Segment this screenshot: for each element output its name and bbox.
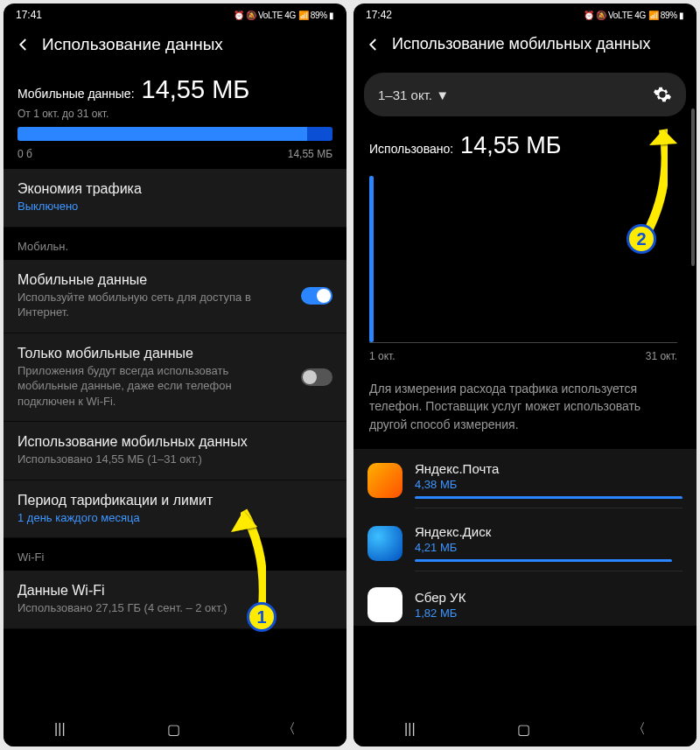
app-name: Яндекс.Почта <box>415 461 682 476</box>
item-sub: Приложения будут всегда использовать моб… <box>18 363 332 410</box>
badge-1: 1 <box>247 602 276 632</box>
traffic-economy-item[interactable]: Экономия трафика Выключено <box>4 169 346 228</box>
item-sub: Использовано 14,55 МБ (1–31 окт.) <box>18 452 332 467</box>
mobile-data-label: Мобильные данные: <box>18 87 135 101</box>
item-title: Данные Wi-Fi <box>18 583 332 599</box>
header: Использование данных <box>4 25 346 70</box>
status-bar: 17:42 ⏰ 🔕 VoLTE 4G 📶 89% ▮ <box>354 4 696 25</box>
status-time: 17:42 <box>366 9 392 21</box>
used-label: Использовано: <box>369 142 453 156</box>
header: Использование мобильных данных <box>354 25 696 69</box>
progress-labels: 0 б 14,55 МБ <box>4 144 346 169</box>
scrollbar[interactable] <box>691 109 695 266</box>
x-start: 1 окт. <box>369 350 396 362</box>
app-icon-yandex-mail <box>368 463 402 498</box>
nav-bar: ||| ▢ 〈 <box>4 711 346 746</box>
chart-axis: 1 окт. 31 окт. <box>354 347 696 375</box>
used-value: 14,55 МБ <box>460 132 561 159</box>
status-bar: 17:41 ⏰ 🔕 VoLTE 4G 📶 89% ▮ <box>4 4 346 25</box>
item-title: Использование мобильных данных <box>18 434 332 450</box>
app-bar <box>415 496 682 499</box>
app-name: Яндекс.Диск <box>415 524 682 539</box>
section-wifi: Wi-Fi <box>4 538 346 571</box>
billing-period-item[interactable]: Период тарификации и лимит 1 день каждог… <box>4 480 346 539</box>
only-mobile-toggle[interactable] <box>301 368 332 386</box>
back-icon[interactable] <box>16 37 32 53</box>
phone-right: 17:42 ⏰ 🔕 VoLTE 4G 📶 89% ▮ Использование… <box>354 4 696 746</box>
item-sub: Используйте мобильную сеть для доступа в… <box>18 290 332 320</box>
recents-icon[interactable]: ||| <box>404 721 415 737</box>
recents-icon[interactable]: ||| <box>54 721 65 737</box>
status-icons: ⏰ 🔕 VoLTE 4G 📶 89% ▮ <box>584 11 684 20</box>
item-title: Период тарификации и лимит <box>18 493 332 508</box>
data-summary: Мобильные данные: 14,55 МБ <box>4 70 346 108</box>
app-size: 1,82 МБ <box>415 606 682 620</box>
status-time: 17:41 <box>16 9 42 21</box>
back-nav-icon[interactable]: 〈 <box>632 720 646 739</box>
info-note: Для измерения расхода трафика использует… <box>354 375 696 449</box>
only-mobile-item[interactable]: Только мобильные данные Приложения будут… <box>4 333 346 423</box>
progress-max: 14,55 МБ <box>288 148 332 160</box>
app-size: 4,21 МБ <box>415 541 682 554</box>
app-name: Сбер УК <box>415 590 682 605</box>
period-selector[interactable]: 1–31 окт. ▼ <box>364 73 686 116</box>
app-row[interactable]: Яндекс.Диск 4,21 МБ <box>354 512 696 575</box>
used-summary: Использовано: 14,55 МБ <box>354 125 696 161</box>
period-text: 1–31 окт. ▼ <box>378 88 449 102</box>
item-title: Только мобильные данные <box>18 346 332 361</box>
home-icon[interactable]: ▢ <box>517 721 530 738</box>
mobile-usage-item[interactable]: Использование мобильных данных Использов… <box>4 422 346 480</box>
app-bar <box>415 559 672 562</box>
progress-min: 0 б <box>18 148 32 160</box>
item-title: Мобильные данные <box>18 272 332 288</box>
progress-bar <box>4 127 346 144</box>
status-icons: ⏰ 🔕 VoLTE 4G 📶 89% ▮ <box>234 11 334 20</box>
page-title: Использование данных <box>42 35 223 54</box>
phone-left: 17:41 ⏰ 🔕 VoLTE 4G 📶 89% ▮ Использование… <box>4 4 346 746</box>
usage-chart <box>369 168 677 343</box>
item-sub: Использовано 27,15 ГБ (4 сент. – 2 окт.) <box>18 600 332 616</box>
nav-bar: ||| ▢ 〈 <box>354 711 696 746</box>
back-icon[interactable] <box>366 37 382 53</box>
app-size: 4,38 МБ <box>415 478 682 491</box>
page-title: Использование мобильных данных <box>392 35 650 53</box>
app-icon-yandex-disk <box>368 526 402 561</box>
app-row[interactable]: Яндекс.Почта 4,38 МБ <box>354 449 696 512</box>
mobile-data-toggle[interactable] <box>301 287 332 305</box>
app-icon-sber <box>368 587 402 622</box>
date-range: От 1 окт. до 31 окт. <box>4 108 346 127</box>
x-end: 31 окт. <box>646 350 677 362</box>
back-nav-icon[interactable]: 〈 <box>282 720 296 739</box>
mobile-data-item[interactable]: Мобильные данные Используйте мобильную с… <box>4 260 346 333</box>
mobile-data-value: 14,55 МБ <box>142 75 250 104</box>
section-mobile: Мобильн. <box>4 228 346 260</box>
item-sub: Выключено <box>18 199 332 214</box>
gear-icon[interactable] <box>653 85 672 104</box>
home-icon[interactable]: ▢ <box>167 721 180 738</box>
app-row[interactable]: Сбер УК 1,82 МБ <box>354 575 696 626</box>
badge-2: 2 <box>626 224 656 254</box>
wifi-data-item[interactable]: Данные Wi-Fi Использовано 27,15 ГБ (4 се… <box>4 571 346 629</box>
item-sub: 1 день каждого месяца <box>18 510 332 526</box>
chart-bar <box>369 176 374 342</box>
item-title: Экономия трафика <box>18 181 332 197</box>
